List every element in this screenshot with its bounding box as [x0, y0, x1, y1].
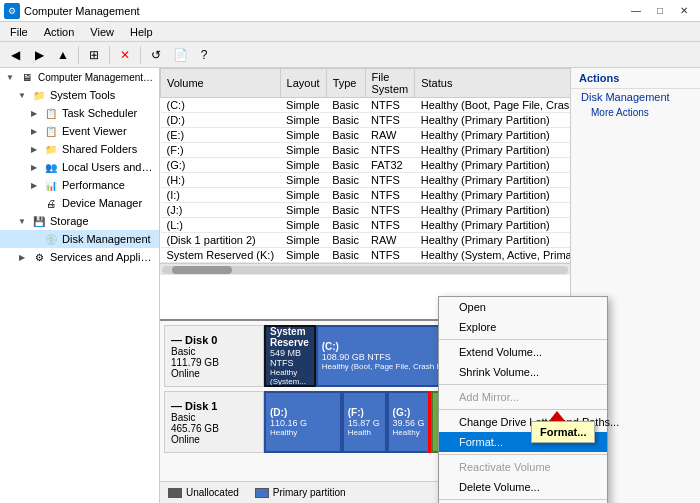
table-cell-vol: (Disk 1 partition 2) — [161, 233, 281, 248]
col-layout[interactable]: Layout — [280, 69, 326, 98]
ctx-shrink[interactable]: Shrink Volume... — [439, 362, 607, 382]
col-type[interactable]: Type — [326, 69, 365, 98]
toolbar-show-hide[interactable]: ⊞ — [83, 44, 105, 66]
computer-icon: 🖥 — [19, 69, 35, 85]
table-row[interactable]: (E:)SimpleBasicRAWHealthy (Primary Parti… — [161, 128, 571, 143]
expand-icon-services: ▶ — [16, 251, 28, 263]
title-bar: ⚙ Computer Management — □ ✕ — [0, 0, 700, 22]
minimize-button[interactable]: — — [624, 2, 648, 20]
toolbar-refresh[interactable]: ↺ — [145, 44, 167, 66]
title-bar-text: Computer Management — [24, 5, 140, 17]
sidebar-item-disk-mgmt[interactable]: ▶ 💿 Disk Management — [0, 230, 159, 248]
horizontal-scrollbar[interactable] — [160, 263, 570, 275]
ctx-delete[interactable]: Delete Volume... — [439, 477, 607, 497]
table-row[interactable]: System Reserved (K:)SimpleBasicNTFSHealt… — [161, 248, 571, 263]
table-cell-status: Healthy (Boot, Page File, Crash Dump, Pr… — [415, 98, 570, 113]
table-cell-type: Basic — [326, 113, 365, 128]
table-row[interactable]: (H:)SimpleBasicNTFSHealthy (Primary Part… — [161, 173, 571, 188]
sidebar-item-device-manager[interactable]: ▶ 🖨 Device Manager — [0, 194, 159, 212]
maximize-button[interactable]: □ — [648, 2, 672, 20]
sidebar-item-event-viewer[interactable]: ▶ 📋 Event Viewer — [0, 122, 159, 140]
device-icon: 🖨 — [43, 195, 59, 211]
disk-1-label: — Disk 1 Basic 465.76 GB Online — [164, 391, 264, 453]
menu-action[interactable]: Action — [36, 24, 83, 40]
sidebar-item-system-tools[interactable]: ▼ 📁 System Tools — [0, 86, 159, 104]
sidebar-label-event: Event Viewer — [62, 125, 127, 137]
menu-view[interactable]: View — [82, 24, 122, 40]
sidebar-item-performance[interactable]: ▶ 📊 Performance — [0, 176, 159, 194]
actions-more[interactable]: More Actions — [571, 105, 700, 120]
expand-icon-root: ▼ — [4, 71, 16, 83]
task-icon: 📋 — [43, 105, 59, 121]
menu-file[interactable]: File — [2, 24, 36, 40]
sidebar-item-task-scheduler[interactable]: ▶ 📋 Task Scheduler — [0, 104, 159, 122]
table-cell-fs: NTFS — [365, 203, 415, 218]
sidebar-label-users: Local Users and Groups — [62, 161, 155, 173]
menu-help[interactable]: Help — [122, 24, 161, 40]
ctx-open[interactable]: Open — [439, 297, 607, 317]
expand-icon-storage: ▼ — [16, 215, 28, 227]
table-cell-type: Basic — [326, 98, 365, 113]
toolbar-up[interactable]: ▲ — [52, 44, 74, 66]
ctx-extend[interactable]: Extend Volume... — [439, 342, 607, 362]
disk-list-pane[interactable]: Volume Layout Type File System Status (C… — [160, 68, 570, 321]
toolbar-stop[interactable]: ✕ — [114, 44, 136, 66]
table-cell-layout: Simple — [280, 143, 326, 158]
table-row[interactable]: (Disk 1 partition 2)SimpleBasicRAWHealth… — [161, 233, 571, 248]
table-row[interactable]: (J:)SimpleBasicNTFSHealthy (Primary Part… — [161, 203, 571, 218]
table-cell-layout: Simple — [280, 203, 326, 218]
table-cell-vol: (I:) — [161, 188, 281, 203]
format-arrow — [549, 411, 565, 421]
sidebar-item-services[interactable]: ▶ ⚙ Services and Applications — [0, 248, 159, 266]
table-cell-status: Healthy (Primary Partition) — [415, 158, 570, 173]
services-icon: ⚙ — [31, 249, 47, 265]
disk-0-system-reserved[interactable]: System Reserve 549 MB NTFS Healthy (Syst… — [264, 325, 316, 387]
expand-icon-event: ▶ — [28, 125, 40, 137]
table-cell-status: Healthy (Primary Partition) — [415, 173, 570, 188]
table-cell-layout: Simple — [280, 128, 326, 143]
table-cell-vol: (D:) — [161, 113, 281, 128]
table-cell-fs: NTFS — [365, 188, 415, 203]
legend-label-primary: Primary partition — [273, 487, 346, 498]
toolbar-export[interactable]: 📄 — [169, 44, 191, 66]
disk-1-g1[interactable]: (G:) 39.56 G Healthy — [387, 391, 432, 453]
sidebar-label-storage: Storage — [50, 215, 89, 227]
table-row[interactable]: (L:)SimpleBasicNTFSHealthy (Primary Part… — [161, 218, 571, 233]
table-row[interactable]: (I:)SimpleBasicNTFSHealthy (Primary Part… — [161, 188, 571, 203]
col-status[interactable]: Status — [415, 69, 570, 98]
table-row[interactable]: (F:)SimpleBasicNTFSHealthy (Primary Part… — [161, 143, 571, 158]
actions-disk-management[interactable]: Disk Management — [571, 89, 700, 105]
table-cell-status: Healthy (Primary Partition) — [415, 113, 570, 128]
toolbar-help[interactable]: ? — [193, 44, 215, 66]
sidebar-item-root[interactable]: ▼ 🖥 Computer Management (Local — [0, 68, 159, 86]
col-fs[interactable]: File System — [365, 69, 415, 98]
toolbar-back[interactable]: ◀ — [4, 44, 26, 66]
sidebar-item-shared-folders[interactable]: ▶ 📁 Shared Folders — [0, 140, 159, 158]
sidebar-item-storage[interactable]: ▼ 💾 Storage — [0, 212, 159, 230]
sidebar-label-services: Services and Applications — [50, 251, 155, 263]
legend-label-unallocated: Unallocated — [186, 487, 239, 498]
format-bubble: Format... — [531, 421, 595, 443]
ctx-explore[interactable]: Explore — [439, 317, 607, 337]
legend-primary: Primary partition — [255, 487, 346, 498]
table-cell-fs: NTFS — [365, 98, 415, 113]
expand-icon-users: ▶ — [28, 161, 40, 173]
disk-1-f[interactable]: (F:) 15.87 G Health — [342, 391, 387, 453]
table-row[interactable]: (G:)SimpleBasicFAT32Healthy (Primary Par… — [161, 158, 571, 173]
table-cell-status: Healthy (Primary Partition) — [415, 218, 570, 233]
disk-1-d[interactable]: (D:) 110.16 G Healthy — [264, 391, 342, 453]
sidebar-item-local-users[interactable]: ▶ 👥 Local Users and Groups — [0, 158, 159, 176]
table-row[interactable]: (D:)SimpleBasicNTFSHealthy (Primary Part… — [161, 113, 571, 128]
table-cell-status: Healthy (Primary Partition) — [415, 143, 570, 158]
menu-bar: File Action View Help — [0, 22, 700, 42]
close-button[interactable]: ✕ — [672, 2, 696, 20]
table-cell-layout: Simple — [280, 158, 326, 173]
toolbar-forward[interactable]: ▶ — [28, 44, 50, 66]
table-row[interactable]: (C:)SimpleBasicNTFSHealthy (Boot, Page F… — [161, 98, 571, 113]
col-volume[interactable]: Volume — [161, 69, 281, 98]
table-cell-status: Healthy (Primary Partition) — [415, 128, 570, 143]
ctx-sep-1 — [439, 339, 607, 340]
disk-table: Volume Layout Type File System Status (C… — [160, 68, 570, 263]
table-cell-type: Basic — [326, 128, 365, 143]
expand-icon-perf: ▶ — [28, 179, 40, 191]
